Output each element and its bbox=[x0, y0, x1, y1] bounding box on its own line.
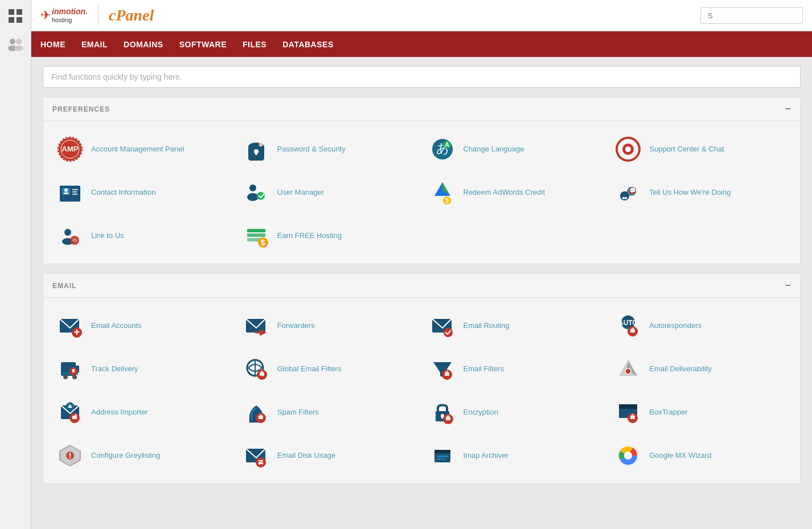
nav-domains[interactable]: DOMAINS bbox=[124, 40, 163, 49]
nav-home[interactable]: HOME bbox=[40, 40, 65, 49]
support-label: Support Center & Chat bbox=[649, 145, 724, 154]
svg-text:!: ! bbox=[69, 451, 72, 460]
support-icon bbox=[614, 135, 642, 163]
svg-rect-109 bbox=[437, 458, 446, 460]
svg-rect-96 bbox=[630, 416, 635, 419]
amp-label: Account Management Panel bbox=[91, 145, 184, 154]
feature-email-filters[interactable]: Email Filters bbox=[425, 352, 605, 386]
svg-rect-0 bbox=[9, 9, 14, 15]
contact-label: Contact Information bbox=[91, 188, 155, 198]
feature-earn[interactable]: $ Earn FREE Hosting bbox=[239, 219, 419, 252]
email-header[interactable]: EMAIL − bbox=[43, 274, 800, 298]
feature-support[interactable]: Support Center & Chat bbox=[610, 133, 791, 166]
feature-email-routing[interactable]: Email Routing bbox=[425, 309, 605, 342]
feature-password[interactable]: ✕ Password & Security bbox=[239, 133, 419, 166]
preferences-title: PREFERENCES bbox=[52, 105, 110, 113]
feature-google-mx[interactable]: Google MX Wizard bbox=[610, 439, 791, 472]
feature-feedback[interactable]: 💬 Tell Us How We're Doing bbox=[610, 176, 791, 209]
svg-point-4 bbox=[10, 39, 15, 44]
svg-point-22 bbox=[625, 146, 631, 152]
feature-contact[interactable]: Contact Information bbox=[52, 176, 233, 209]
adwords-label: Redeem AdWords Credit bbox=[464, 188, 546, 198]
svg-rect-73 bbox=[260, 372, 264, 376]
autoresponders-icon: AUTO bbox=[614, 311, 642, 340]
svg-point-6 bbox=[16, 39, 22, 44]
earn-label: Earn FREE Hosting bbox=[277, 231, 342, 241]
svg-rect-94 bbox=[619, 404, 637, 409]
feature-user-manager[interactable]: User Manager bbox=[239, 176, 419, 209]
email-accounts-icon: + bbox=[56, 311, 84, 340]
svg-rect-1 bbox=[17, 9, 22, 15]
email-deliverability-label: Email Deliverability bbox=[649, 364, 712, 374]
nav-software[interactable]: SOFTWARE bbox=[179, 40, 227, 49]
feature-boxtrapper[interactable]: BoxTrapper bbox=[610, 396, 791, 429]
preferences-toggle[interactable]: − bbox=[785, 103, 791, 115]
email-deliverability-icon bbox=[614, 355, 642, 383]
feature-global-filters[interactable]: Global Email Filters bbox=[239, 352, 419, 386]
feature-autoresponders[interactable]: AUTO Autoresponders bbox=[610, 309, 791, 342]
plane-icon: ✈ bbox=[40, 8, 51, 23]
feature-imap[interactable]: Imap Archiver bbox=[425, 439, 605, 472]
imap-icon bbox=[428, 441, 457, 470]
header-search[interactable] bbox=[700, 7, 803, 24]
track-delivery-icon bbox=[56, 355, 84, 383]
cpanel-logo: cPanel bbox=[109, 6, 154, 24]
email-disk-label: Email Disk Usage bbox=[277, 451, 336, 461]
link-us-label: Link to Us bbox=[91, 231, 124, 241]
sidebar-users-icon[interactable] bbox=[4, 33, 27, 56]
language-label: Change Language bbox=[464, 145, 524, 154]
feature-email-accounts[interactable]: + Email Accounts bbox=[52, 309, 233, 342]
boxtrapper-label: BoxTrapper bbox=[649, 408, 687, 417]
header-divider bbox=[98, 5, 99, 26]
feature-track-delivery[interactable]: Track Delivery bbox=[52, 352, 233, 386]
svg-point-111 bbox=[624, 452, 632, 460]
nav-email[interactable]: EMAIL bbox=[81, 40, 108, 49]
feature-greylisting[interactable]: ! Configure Greylisting bbox=[52, 439, 233, 472]
svg-text:AUTO: AUTO bbox=[618, 319, 638, 327]
svg-point-66 bbox=[63, 375, 68, 379]
feature-address-importer[interactable]: Address Importer bbox=[52, 396, 233, 429]
preferences-header[interactable]: PREFERENCES − bbox=[43, 97, 800, 121]
svg-point-67 bbox=[72, 375, 77, 379]
email-title: EMAIL bbox=[52, 282, 76, 290]
password-icon: ✕ bbox=[242, 135, 270, 163]
sidebar-grid-icon[interactable] bbox=[4, 5, 27, 27]
preferences-section: PREFERENCES − AMP Account Management Pan… bbox=[43, 97, 801, 264]
svg-point-32 bbox=[257, 192, 265, 200]
function-search[interactable]: Find functions quickly by typing here. bbox=[43, 66, 801, 88]
link-us-icon bbox=[56, 222, 84, 250]
spam-filters-label: Spam Filters bbox=[277, 408, 319, 417]
svg-rect-87 bbox=[259, 416, 263, 419]
feature-email-deliverability[interactable]: Email Deliverability bbox=[610, 352, 791, 386]
feature-email-disk[interactable]: Email Disk Usage bbox=[239, 439, 419, 472]
forwarders-label: Forwarders bbox=[277, 321, 315, 331]
hosting-label: hosting bbox=[52, 17, 88, 23]
earn-icon: $ bbox=[242, 222, 270, 250]
svg-rect-28 bbox=[72, 191, 77, 192]
svg-rect-85 bbox=[72, 416, 77, 419]
svg-rect-103 bbox=[259, 460, 263, 465]
feature-language[interactable]: あ A Change Language bbox=[425, 133, 605, 166]
feature-encryption[interactable]: Encryption bbox=[425, 396, 605, 429]
amp-icon: AMP bbox=[56, 135, 84, 163]
forwarders-icon bbox=[242, 311, 270, 340]
feature-amp[interactable]: AMP Account Management Panel bbox=[52, 133, 233, 166]
inmotion-brand: inmotion. bbox=[52, 7, 88, 16]
email-toggle[interactable]: − bbox=[785, 280, 791, 292]
encryption-icon bbox=[428, 398, 457, 427]
svg-text:✕: ✕ bbox=[259, 142, 263, 147]
feature-spam-filters[interactable]: Spam Filters bbox=[239, 396, 419, 429]
svg-rect-76 bbox=[445, 372, 449, 376]
svg-rect-62 bbox=[630, 329, 635, 333]
nav-databases[interactable]: DATABASES bbox=[282, 40, 334, 49]
adwords-icon: $ bbox=[428, 178, 457, 207]
email-body: + Email Accounts For bbox=[43, 298, 800, 483]
feature-forwarders[interactable]: Forwarders bbox=[239, 309, 419, 342]
nav-files[interactable]: FILES bbox=[243, 40, 266, 49]
feature-adwords[interactable]: $ Redeem AdWords Credit bbox=[425, 176, 605, 209]
svg-text:$: $ bbox=[261, 238, 265, 247]
svg-rect-69 bbox=[72, 369, 75, 372]
feature-link-us[interactable]: Link to Us bbox=[52, 219, 233, 252]
email-disk-icon bbox=[242, 441, 270, 470]
svg-point-7 bbox=[14, 46, 23, 51]
